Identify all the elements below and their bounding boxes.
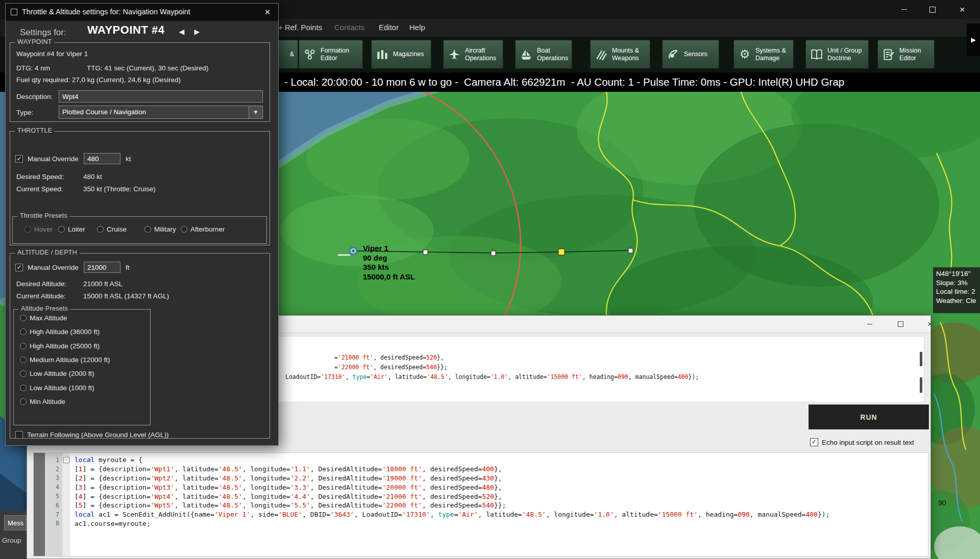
throttle-manual-override-input[interactable] (84, 153, 120, 164)
toolbar-button-boat-operations[interactable]: BoatOperations (515, 40, 572, 69)
echo-checkbox-label: Echo input script on result text (822, 439, 914, 446)
fold-margin-cell[interactable]: − (62, 457, 70, 463)
close-icon: ✕ (264, 8, 271, 17)
terrain-following-checkbox[interactable] (15, 431, 23, 439)
waypoint-marker[interactable] (628, 248, 633, 253)
expand-arrow-icon: ▶ (971, 36, 975, 43)
toolbar-button-unit-group-doctrine[interactable]: Unit / GroupDoctrine (805, 40, 869, 69)
menu-help[interactable]: Help (409, 23, 425, 32)
radio-high-altitude-25000[interactable]: High Altitude (25000 ft) (20, 342, 100, 350)
toolbar-button-aircraft-operations[interactable]: AircraftOperations (443, 40, 503, 69)
radio-max-altitude[interactable]: Max Altitude (20, 314, 67, 322)
scrollbar-thumb[interactable] (920, 366, 922, 377)
current-speed-value: 350 kt (Throttle: Cruise) (83, 185, 156, 193)
code-line[interactable]: 1−local myroute = { (45, 455, 928, 465)
radio-icon (20, 343, 27, 349)
check-icon: ✓ (16, 264, 21, 271)
code-line[interactable]: 8ac1.course=myroute; (45, 519, 928, 528)
check-icon: ✓ (812, 438, 817, 445)
altitude-manual-override-checkbox[interactable]: ✓ (15, 264, 23, 271)
radio-low-altitude-2000[interactable]: Low Altitude (2000 ft) (20, 370, 94, 377)
code-line[interactable]: 7local ac1 = ScenEdit_AddUnit({name='Vip… (45, 510, 928, 519)
magazines-icon (375, 47, 389, 62)
code-text: [3] = {description='Wpt3', latitude='48.… (70, 484, 502, 491)
close-icon: ✕ (959, 6, 965, 14)
chevron-down-icon[interactable]: ▼ (249, 106, 262, 118)
active-waypoint-marker[interactable] (558, 249, 565, 255)
settings-for-label: Settings for: (20, 28, 66, 38)
code-text: [5] = {description='Wpt5', latitude='48.… (70, 501, 506, 509)
radio-afterburner[interactable]: Afterburner (181, 225, 225, 233)
description-input[interactable] (59, 90, 263, 103)
menu-contacts: Contacts (334, 23, 364, 32)
menu-ref-points[interactable]: + Ref. Points (278, 23, 322, 32)
throttle-group: THROTTLE ✓ Manual Override kt Desired Sp… (10, 131, 270, 245)
type-label: Type: (16, 109, 33, 116)
unit-heading: 90 deg (363, 253, 415, 263)
code-line[interactable]: 5[4] = {description='Wpt4', latitude='48… (45, 492, 928, 501)
manual-override-label: Manual Override (28, 264, 79, 271)
script-input-editor[interactable]: 1−local myroute = {2[1] = {description='… (33, 452, 928, 556)
code-line[interactable]: 4[3] = {description='Wpt3', latitude='48… (45, 482, 928, 492)
line-number: 7 (45, 511, 62, 518)
dialog-close-button[interactable]: ✕ (259, 6, 276, 19)
waypoint-settings-dialog: Throttle & Altitude settings for: Naviga… (5, 3, 279, 446)
console-maximize-button[interactable] (890, 316, 911, 333)
code-line[interactable]: 3[2] = {description='Wpt2', latitude='48… (45, 474, 928, 483)
toolbar-button-systems-damage[interactable]: ⚙ Systems &Damage (733, 40, 794, 69)
radio-low-altitude-1000[interactable]: Low Altitude (1000 ft) (20, 384, 94, 392)
close-icon: ✕ (927, 320, 933, 328)
minimize-button[interactable] (892, 2, 916, 17)
toolbar-button-label: MissionEditor (899, 47, 921, 62)
radio-hover: Hover (24, 225, 53, 233)
echo-checkbox[interactable]: ✓ (810, 438, 818, 446)
group-legend: Altitude Presets (18, 305, 70, 312)
toolbar-button-mission-editor[interactable]: MissionEditor (877, 40, 935, 69)
altitude-manual-override-input[interactable] (84, 262, 120, 273)
unit-altitude: 15000,0 ft ASL (363, 272, 415, 282)
console-output-scrollbar[interactable] (920, 352, 922, 393)
close-button[interactable]: ✕ (950, 2, 974, 17)
side-panel-expander[interactable]: ▶ (967, 23, 980, 56)
desired-altitude-value: 21000 ft ASL (83, 280, 122, 288)
radio-min-altitude[interactable]: Min Altitude (20, 398, 65, 405)
code-text: local ac1 = ScenEdit_AddUnit({name='Vipe… (70, 511, 829, 518)
waypoint-marker[interactable] (423, 250, 428, 255)
current-altitude-value: 15000 ft ASL (14327 ft AGL) (83, 292, 169, 300)
radio-icon (20, 357, 27, 363)
radio-icon (181, 226, 187, 233)
radio-cruise[interactable]: Cruise (97, 225, 127, 233)
previous-waypoint-button[interactable]: ◀ (175, 25, 188, 38)
altitude-group: ALTITUDE / DEPTH ✓ Manual Override ft De… (10, 253, 270, 439)
toolbar-button-mounts-weapons[interactable]: Mounts &Weapons (590, 40, 650, 69)
message-log-button[interactable]: Mess (4, 515, 27, 530)
radio-medium-altitude-12000[interactable]: Medium Altitude (12000 ft) (20, 356, 110, 364)
radio-high-altitude-36000[interactable]: High Altitude (36000 ft) (20, 328, 100, 336)
console-close-button[interactable]: ✕ (919, 316, 941, 333)
throttle-manual-override-checkbox[interactable]: ✓ (15, 155, 23, 163)
next-waypoint-button[interactable]: ▶ (190, 25, 204, 38)
aircraft-operations-icon (447, 47, 461, 62)
toolbar-button-formation-editor[interactable]: FormationEditor (299, 40, 363, 69)
simulation-status-text: - Local: 20:00:00 - 10 mon 6 w to go - C… (284, 76, 844, 88)
boat-operations-icon (519, 47, 533, 62)
dialog-titlebar[interactable]: Throttle & Altitude settings for: Naviga… (6, 4, 278, 21)
radio-military[interactable]: Military (144, 225, 176, 233)
current-altitude-label: Current Altitude: (16, 292, 66, 300)
radio-loiter[interactable]: Loiter (58, 225, 85, 233)
menu-editor[interactable]: Editor (379, 23, 399, 32)
fold-collapse-icon[interactable]: − (63, 457, 69, 463)
unit-speed: 350 kts (363, 263, 415, 272)
console-minimize-button[interactable] (859, 316, 880, 333)
run-button[interactable]: RUN (808, 404, 929, 429)
toolbar-button-magazines[interactable]: Magazines (371, 40, 431, 69)
toolbar-button-sensors[interactable]: Sensors (662, 40, 719, 69)
waypoint-type-dropdown[interactable]: Plotted Course / Navigation ▼ (59, 106, 263, 119)
code-line[interactable]: 6[5] = {description='Wpt5', latitude='48… (45, 501, 928, 510)
code-line[interactable]: 2[1] = {description='Wpt1', latitude='48… (45, 465, 928, 474)
waypoint-marker[interactable] (491, 251, 496, 256)
maximize-button[interactable] (921, 2, 944, 17)
group-label: Group (2, 537, 21, 544)
code-text: ac1.course=myroute; (70, 520, 151, 527)
line-number: 2 (45, 466, 62, 473)
